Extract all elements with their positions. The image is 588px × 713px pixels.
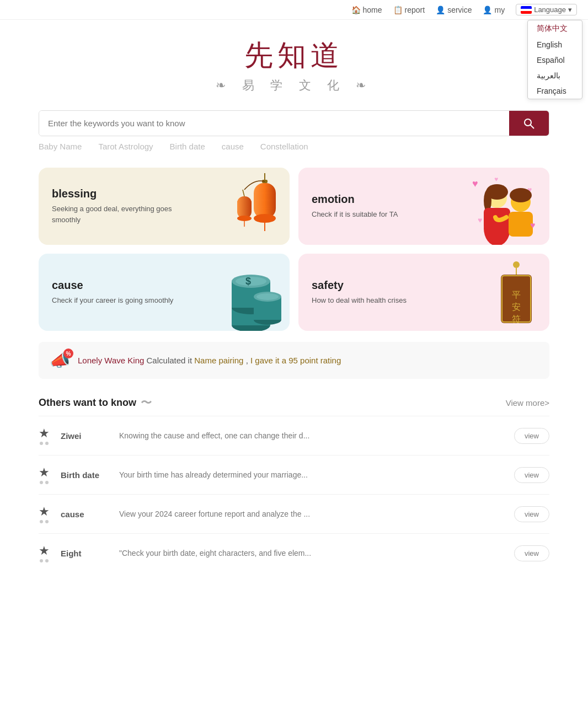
svg-rect-10: [237, 196, 252, 218]
card-blessing[interactable]: blessing Seeking a good deal, everything…: [39, 168, 290, 245]
nav-report[interactable]: 📋 report: [393, 6, 425, 14]
svg-text:♥: ♥: [472, 178, 478, 189]
list-category-2: cause: [61, 510, 110, 519]
search-tag-tarot[interactable]: Tarot Astrology: [98, 142, 153, 151]
nav-home-label: home: [363, 6, 382, 14]
svg-text:♥: ♥: [494, 175, 498, 183]
svg-rect-23: [509, 212, 533, 237]
svg-point-11: [237, 216, 252, 221]
card-blessing-desc: Seeking a good deal, everything goes smo…: [52, 203, 186, 225]
list-category-1: Birth date: [61, 470, 110, 480]
chevron-down-icon: ▾: [568, 6, 572, 14]
language-dropdown: 简体中文 English Español بالعربية Français: [527, 20, 582, 99]
star-decoration-1: ★: [39, 465, 50, 484]
nav-my-label: my: [494, 6, 505, 14]
list-desc-1: Your birth time has already determined y…: [119, 470, 505, 479]
list-item: ★ Eight "Check your birth date, eight ch…: [39, 533, 549, 572]
site-header: 先知道 ❧ 易 学 文 化 ❧: [0, 20, 588, 99]
search-section: Baby Name Tarot Astrology Birth date cau…: [0, 99, 588, 157]
nav-service[interactable]: 👤 service: [436, 6, 472, 14]
svg-point-0: [525, 119, 531, 126]
language-label: Language: [534, 6, 566, 14]
list-item: ★ Ziwei Knowing the cause and effect, on…: [39, 416, 549, 455]
star-dot-2: [45, 442, 49, 445]
others-title: Others want to know 〜: [39, 395, 152, 410]
card-cause[interactable]: cause Check if your career is going smoo…: [39, 254, 290, 331]
card-emotion[interactable]: emotion Check if it is suitable for TA ♥…: [298, 168, 549, 245]
star-dot-1: [40, 481, 43, 484]
list-item: ★ Birth date Your birth time has already…: [39, 455, 549, 494]
search-tag-constellation[interactable]: Constellation: [260, 142, 308, 151]
star-dots: [40, 559, 49, 562]
svg-rect-5: [254, 183, 276, 218]
star-dot-2: [45, 520, 49, 523]
others-header: Others want to know 〜 View more>: [39, 388, 549, 416]
svg-line-1: [531, 125, 534, 128]
site-subtitle: ❧ 易 学 文 化 ❧: [0, 77, 588, 94]
star-dots: [40, 481, 49, 484]
star-dot-1: [40, 559, 43, 562]
service-icon: 👤: [436, 6, 445, 14]
view-button-2[interactable]: view: [514, 506, 549, 522]
notif-user: Lonely Wave King: [78, 356, 144, 365]
lang-option-zh[interactable]: 简体中文: [528, 20, 582, 37]
list-item: ★ cause View your 2024 career fortune re…: [39, 494, 549, 533]
notification-icon: 📣 %: [50, 351, 70, 370]
notification-text: Lonely Wave King Calculated it Name pair…: [78, 356, 341, 365]
list-category-0: Ziwei: [61, 431, 110, 441]
card-blessing-image: [223, 179, 284, 245]
list-category-3: Eight: [61, 549, 110, 558]
lang-option-fr[interactable]: Français: [528, 83, 582, 99]
list-desc-3: "Check your birth date, eight characters…: [119, 549, 505, 557]
lang-option-en[interactable]: English: [528, 37, 582, 52]
card-safety-image: 平 安 符: [489, 265, 544, 331]
search-button[interactable]: [509, 111, 549, 136]
star-decoration-0: ★: [39, 426, 50, 445]
list-desc-0: Knowing the cause and effect, one can ch…: [119, 431, 505, 440]
nav-my[interactable]: 👤 my: [483, 6, 505, 14]
notif-item: Name pairing: [194, 356, 243, 365]
site-title: 先知道: [0, 36, 588, 75]
notification-banner: 📣 % Lonely Wave King Calculated it Name …: [39, 342, 549, 379]
card-emotion-image: ♥ ♥ ♥ ♥ ♥: [467, 179, 544, 245]
notif-result: I gave it a 95 point rating: [250, 356, 341, 365]
star-icon-main: ★: [39, 544, 50, 558]
view-button-0[interactable]: view: [514, 428, 549, 444]
others-section: Others want to know 〜 View more> ★ Ziwei…: [39, 388, 549, 572]
svg-text:平: 平: [512, 290, 521, 299]
notif-action-text: Calculated it: [147, 356, 193, 365]
others-title-text: Others want to know: [39, 397, 136, 409]
star-icon-main: ★: [39, 465, 50, 480]
star-icon-main: ★: [39, 505, 50, 519]
view-button-1[interactable]: view: [514, 467, 549, 483]
view-more-button[interactable]: View more>: [506, 398, 549, 408]
svg-point-22: [510, 188, 532, 202]
nav-service-label: service: [447, 6, 472, 14]
star-dot-2: [45, 481, 49, 484]
notification-badge: %: [63, 349, 73, 358]
card-cause-desc: Check if your career is going smoothly: [52, 295, 186, 306]
svg-line-8: [243, 190, 244, 196]
search-input[interactable]: [39, 111, 509, 136]
language-button[interactable]: Language ▾: [516, 4, 577, 15]
search-box: [39, 110, 549, 136]
search-tag-baby-name[interactable]: Baby Name: [39, 142, 82, 151]
nav-home[interactable]: 🏠 home: [351, 6, 382, 14]
star-dots: [40, 520, 49, 523]
card-safety[interactable]: safety How to deal with health crises 平 …: [298, 254, 549, 331]
search-tag-birth-date[interactable]: Birth date: [170, 142, 205, 151]
lang-option-es[interactable]: Español: [528, 52, 582, 68]
star-icon-main: ★: [39, 426, 50, 441]
search-tags: Baby Name Tarot Astrology Birth date cau…: [39, 136, 549, 151]
svg-text:安: 安: [512, 302, 521, 312]
view-button-3[interactable]: view: [514, 545, 549, 561]
list-desc-2: View your 2024 career fortune report and…: [119, 510, 505, 518]
search-icon: [522, 117, 536, 130]
svg-text:♥: ♥: [530, 221, 536, 230]
svg-text:♥: ♥: [478, 216, 482, 224]
svg-point-37: [256, 293, 279, 300]
lang-option-ar[interactable]: بالعربية: [528, 68, 582, 83]
star-dot-1: [40, 442, 43, 445]
search-tag-cause[interactable]: cause: [222, 142, 244, 151]
svg-point-38: [513, 261, 520, 268]
